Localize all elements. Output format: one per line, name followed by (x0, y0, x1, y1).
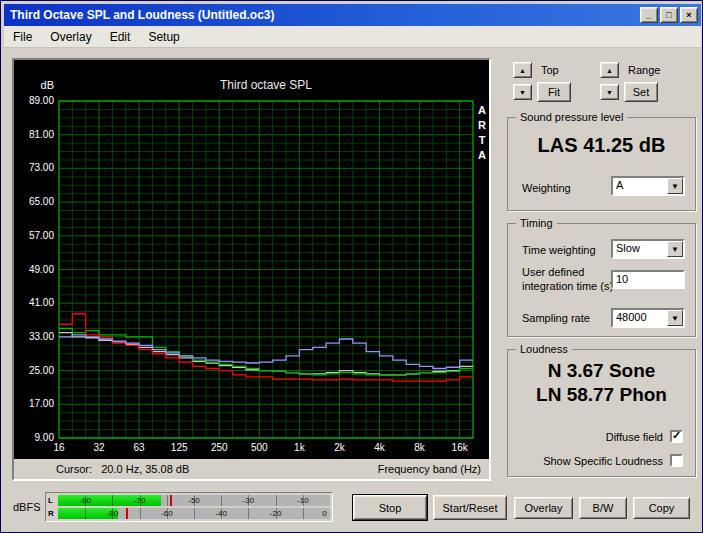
svg-text:1k: 1k (294, 442, 306, 453)
meter-tick (276, 495, 277, 506)
svg-text:63: 63 (134, 442, 146, 453)
stop-button[interactable]: Stop (353, 495, 427, 520)
svg-text:73.00: 73.00 (29, 162, 54, 173)
spl-group: Sound pressure level LAS 41.25 dB Weight… (507, 117, 696, 211)
meter-bar: -80-60-40-200 (58, 508, 330, 519)
close-button[interactable]: × (680, 7, 698, 23)
weighting-value: A (613, 178, 667, 194)
svg-text:dB: dB (41, 79, 54, 91)
dropdown-arrow-icon[interactable]: ▼ (667, 178, 683, 194)
svg-text:9.00: 9.00 (35, 432, 55, 443)
svg-text:R: R (478, 119, 486, 131)
set-button-label: Set (633, 86, 650, 98)
meter-scale-number: -70 (134, 496, 146, 505)
svg-text:25.00: 25.00 (29, 365, 54, 376)
meter-peak-indicator (126, 508, 128, 519)
sampling-rate-value: 48000 (613, 310, 667, 326)
top-scroll-down-button[interactable]: ▼ (513, 84, 532, 100)
integration-time-label: User defined integration time (s) (522, 266, 614, 294)
level-meter: L-90-70-50-30-10R-80-60-40-200 (45, 492, 333, 522)
up-arrow-icon: ▲ (519, 67, 526, 74)
dropdown-arrow-icon[interactable]: ▼ (667, 310, 683, 326)
meter-tick (85, 508, 86, 519)
bw-button[interactable]: B/W (579, 497, 627, 519)
fit-button[interactable]: Fit (537, 82, 571, 102)
meter-level-fill (58, 495, 161, 506)
spl-group-legend: Sound pressure level (516, 111, 627, 123)
meter-tick (140, 508, 141, 519)
window-controls: _ □ × (640, 7, 701, 23)
plot-status-bar: Cursor: 20.0 Hz, 35.08 dB Frequency band… (14, 459, 489, 478)
meter-scale-number: -30 (243, 496, 255, 505)
menu-item-edit[interactable]: Edit (101, 27, 140, 47)
svg-text:32: 32 (94, 442, 106, 453)
sampling-rate-label: Sampling rate (522, 312, 590, 324)
minimize-icon: _ (646, 11, 651, 20)
svg-text:17.00: 17.00 (29, 398, 54, 409)
start-reset-button-label: Start/Reset (442, 502, 497, 514)
meter-channel-label: R (48, 509, 58, 518)
time-weighting-select[interactable]: Slow ▼ (611, 239, 685, 259)
meter-scale-number: -40 (215, 509, 227, 518)
svg-text:16k: 16k (452, 442, 469, 453)
specific-loudness-checkbox[interactable] (670, 454, 683, 467)
svg-text:Third octave SPL: Third octave SPL (220, 78, 312, 92)
start-reset-button[interactable]: Start/Reset (433, 495, 507, 520)
timing-group-legend: Timing (516, 217, 557, 229)
cursor-readout: Cursor: 20.0 Hz, 35.08 dB (56, 463, 189, 475)
sone-value: N 3.67 Sone (508, 360, 695, 382)
meter-tick (303, 508, 304, 519)
range-scroll-down-button[interactable]: ▼ (600, 84, 619, 100)
dropdown-arrow-icon[interactable]: ▼ (667, 241, 683, 257)
overlay-button[interactable]: Overlay (514, 497, 573, 519)
meter-channel-label: L (48, 496, 58, 505)
svg-text:500: 500 (251, 442, 268, 453)
up-arrow-icon: ▲ (606, 67, 613, 74)
meter-scale-number: -50 (188, 496, 200, 505)
spl-plot-area[interactable]: 9.0017.0025.0033.0041.0049.0057.0065.007… (14, 60, 489, 459)
time-weighting-value: Slow (613, 241, 667, 257)
meter-peak-indicator (170, 495, 172, 506)
range-scroll-up-button[interactable]: ▲ (600, 62, 619, 78)
copy-button[interactable]: Copy (633, 497, 690, 519)
diffuse-field-checkbox[interactable] (670, 430, 683, 443)
meter-scale-number: -20 (270, 509, 282, 518)
fit-button-label: Fit (548, 86, 560, 98)
sampling-rate-select[interactable]: 48000 ▼ (611, 308, 685, 328)
svg-text:250: 250 (211, 442, 228, 453)
menu-item-overlay[interactable]: Overlay (41, 27, 100, 47)
meter-tick (194, 508, 195, 519)
weighting-select[interactable]: A ▼ (611, 176, 685, 196)
maximize-button[interactable]: □ (660, 7, 678, 23)
minimize-button[interactable]: _ (640, 7, 658, 23)
meter-scale-number: -90 (79, 496, 91, 505)
time-weighting-label: Time weighting (522, 244, 596, 256)
top-scroll-up-button[interactable]: ▲ (513, 62, 532, 78)
svg-text:T: T (479, 134, 486, 146)
menu-item-setup[interactable]: Setup (139, 27, 188, 47)
integration-time-input[interactable]: 10 (611, 270, 685, 289)
svg-text:65.00: 65.00 (29, 196, 54, 207)
meter-row-r: R-80-60-40-200 (48, 508, 330, 520)
top-label: Top (541, 64, 559, 76)
meter-bar: -90-70-50-30-10 (58, 495, 330, 506)
copy-button-label: Copy (649, 502, 675, 514)
menubar: File Overlay Edit Setup (4, 26, 701, 48)
titlebar[interactable]: Third Octave SPL and Loudness (Untitled.… (4, 4, 701, 26)
menu-item-file[interactable]: File (4, 27, 41, 47)
svg-text:81.00: 81.00 (29, 129, 54, 140)
set-button[interactable]: Set (624, 82, 658, 102)
svg-text:41.00: 41.00 (29, 297, 54, 308)
stop-button-label: Stop (379, 502, 402, 514)
loudness-group: Loudness N 3.67 Sone LN 58.77 Phon Diffu… (507, 349, 696, 477)
svg-text:16: 16 (53, 442, 65, 453)
svg-text:49.00: 49.00 (29, 264, 54, 275)
svg-text:A: A (478, 149, 486, 161)
window-title: Third Octave SPL and Loudness (Untitled.… (4, 8, 274, 22)
meter-tick (221, 495, 222, 506)
dbfs-label: dBFS (13, 501, 41, 513)
phon-value: LN 58.77 Phon (508, 384, 695, 406)
svg-text:4k: 4k (374, 442, 386, 453)
meter-scale-number: -10 (297, 496, 309, 505)
svg-text:33.00: 33.00 (29, 331, 54, 342)
